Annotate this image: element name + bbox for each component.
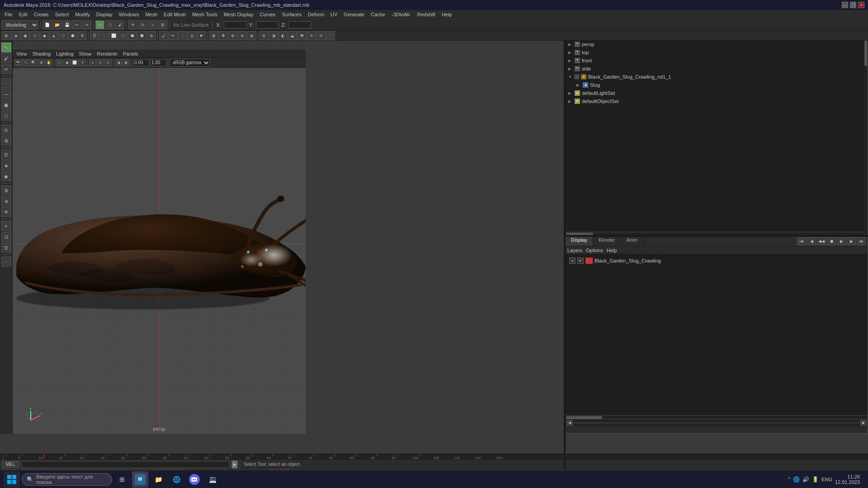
menu-edit-mesh[interactable]: Edit Mesh xyxy=(161,11,189,18)
tb2-btn13[interactable]: ⬡ xyxy=(118,31,127,40)
outliner-item-front[interactable]: ▶ 📷 front xyxy=(567,56,866,65)
tb2-soft-btn[interactable]: ⊜ xyxy=(259,31,269,40)
tb2-btn1[interactable]: ⊞ xyxy=(2,31,11,40)
taskbar-maya-btn[interactable]: M xyxy=(132,471,148,488)
tb2-btn5[interactable]: ◆ xyxy=(40,31,49,40)
close-button[interactable]: ✕ xyxy=(858,2,864,8)
menu-generate[interactable]: Generate xyxy=(341,11,367,18)
main-viewport[interactable]: X Y Z persp xyxy=(13,68,306,434)
rotate-tool-btn[interactable]: ↻ xyxy=(138,20,147,29)
tb2-cv-btn[interactable]: ⊛ xyxy=(238,31,247,40)
tb2-btn11[interactable]: ⬛ xyxy=(99,31,108,40)
transform-btn[interactable]: ⊞ xyxy=(158,20,167,29)
menu-mesh-display[interactable]: Mesh Display xyxy=(221,11,256,18)
move-tool-btn[interactable]: ✛ xyxy=(128,20,137,29)
view-menu-lighting[interactable]: Lighting xyxy=(54,51,75,56)
gamma-value-input[interactable] xyxy=(133,59,149,66)
menu-edit[interactable]: Edit xyxy=(16,11,30,18)
y-field[interactable] xyxy=(256,21,278,28)
start-button[interactable] xyxy=(4,471,20,488)
z-field[interactable] xyxy=(288,21,311,28)
right-panel-scroll[interactable] xyxy=(566,415,868,419)
undo-btn[interactable]: ↩ xyxy=(72,20,81,29)
tb2-soft4-btn[interactable]: ◒ xyxy=(288,31,297,40)
vt-texture-btn[interactable]: ⬜ xyxy=(71,59,78,66)
layer-item[interactable]: V P Black_Garden_Slug_Crawling xyxy=(567,256,866,265)
tb2-paint-btn[interactable]: 🖊 xyxy=(159,31,168,40)
menu-surfaces[interactable]: Surfaces xyxy=(279,11,304,18)
anim-play-fwd[interactable]: ▶ xyxy=(837,237,846,245)
lt-more-btn[interactable]: ⋯ xyxy=(1,257,11,267)
anim-prev-frame[interactable]: ◀ xyxy=(807,237,816,245)
tb2-btn14[interactable]: ⬢ xyxy=(128,31,137,40)
outliner-item-lightset[interactable]: ▶ ⊛ defaultLightSet xyxy=(567,89,866,97)
menu-3dtool[interactable]: -3DtoAll- xyxy=(389,11,414,18)
vt-smooth-btn[interactable]: ◉ xyxy=(63,59,71,66)
tb2-ep-btn[interactable]: ◍ xyxy=(247,31,256,40)
vt-res1-btn[interactable]: 1 xyxy=(89,59,96,66)
outliner-item-objectset[interactable]: ▶ ⊛ defaultObjectSet xyxy=(567,97,866,105)
tb2-btn16[interactable]: ⊕ xyxy=(147,31,156,40)
panel-divider-vertical[interactable] xyxy=(564,10,566,469)
vt-select-btn[interactable]: ↖ xyxy=(22,59,29,66)
edge-mode-btn[interactable]: — xyxy=(1,89,11,99)
paint-select-btn[interactable]: 🖌 xyxy=(115,20,124,29)
symmetry-btn[interactable]: ⊞ xyxy=(1,136,11,145)
rp-menu-options[interactable]: Options xyxy=(586,248,603,253)
sys-tray-arrow[interactable]: ^ xyxy=(788,477,790,482)
menu-select[interactable]: Select xyxy=(52,11,72,18)
rp-menu-help[interactable]: Help xyxy=(607,248,617,253)
restore-button[interactable]: ❐ xyxy=(850,2,856,8)
object-set-btn[interactable]: ☰ xyxy=(1,150,11,160)
tb2-btn4[interactable]: ⬡ xyxy=(30,31,39,40)
uvShell-mode-btn[interactable]: ⬡ xyxy=(1,111,11,121)
menu-curves[interactable]: Curves xyxy=(257,11,278,18)
menu-mesh-tools[interactable]: Mesh Tools xyxy=(189,11,220,18)
open-btn[interactable]: 📂 xyxy=(52,20,61,29)
vt-region-btn[interactable]: ⊞ xyxy=(38,59,45,66)
view-menu-panels[interactable]: Panels xyxy=(121,51,140,56)
tb2-soft2-btn[interactable]: ◑ xyxy=(269,31,278,40)
mode-selector[interactable]: Modeling Rigging Animation FX Rendering xyxy=(2,20,38,29)
menu-windows[interactable]: Windows xyxy=(116,11,142,18)
vt-res3-btn[interactable]: 3 xyxy=(104,59,112,66)
vt-cam-btn[interactable]: 📷 xyxy=(14,59,22,66)
vt-light-btn[interactable]: ☀ xyxy=(79,59,86,66)
tab-anim[interactable]: Anim xyxy=(621,236,643,246)
tb2-btn12[interactable]: ⬜ xyxy=(109,31,118,40)
outliner-item-slug-group[interactable]: ▼ + ⊞ Black_Garden_Slug_Crawling_nd1_1 xyxy=(567,73,866,81)
tb2-soft8-btn[interactable]: ⬛ xyxy=(326,31,335,40)
menu-mesh[interactable]: Mesh xyxy=(142,11,160,18)
menu-redshift[interactable]: Redshift xyxy=(415,11,438,18)
attr-btn[interactable]: ⊡ xyxy=(1,232,11,242)
script-input[interactable] xyxy=(21,461,230,468)
menu-display[interactable]: Display xyxy=(94,11,115,18)
anim-stop[interactable]: ⏹ xyxy=(827,237,836,245)
tb2-soft5-btn[interactable]: ◓ xyxy=(297,31,307,40)
tb2-lattice-btn[interactable]: ⊠ xyxy=(209,31,218,40)
tab-render[interactable]: Render xyxy=(593,236,621,246)
menu-cache[interactable]: Cache xyxy=(368,11,388,18)
tb2-cluster-btn[interactable]: ❖ xyxy=(219,31,228,40)
tb2-joint-btn[interactable]: ⊗ xyxy=(228,31,237,40)
tb2-sculpt-btn[interactable]: ✏ xyxy=(169,31,178,40)
anim-prev-key[interactable]: ⏮ xyxy=(797,237,806,245)
tb2-soft6-btn[interactable]: ⧈ xyxy=(307,31,316,40)
menu-deform[interactable]: Deform xyxy=(305,11,327,18)
tb2-grab-btn[interactable]: ☛ xyxy=(197,31,206,40)
menu-modify[interactable]: Modify xyxy=(72,11,92,18)
layer-playback[interactable]: P xyxy=(577,258,584,264)
save-btn[interactable]: 💾 xyxy=(62,20,71,29)
new-scene-btn[interactable]: 📄 xyxy=(42,20,52,29)
select-mode-btn[interactable]: ↖ xyxy=(1,42,11,52)
tb2-soft7-btn[interactable]: ⧇ xyxy=(316,31,326,40)
tb2-btn6[interactable]: ▲ xyxy=(49,31,58,40)
language-indicator[interactable]: ENG xyxy=(821,477,832,482)
rp-scroll-left[interactable]: ◀ xyxy=(566,420,573,426)
menu-help[interactable]: Help xyxy=(439,11,455,18)
script-run-btn[interactable]: ▶ xyxy=(231,460,238,469)
menu-file[interactable]: File xyxy=(2,11,15,18)
tb2-btn3[interactable]: ◉ xyxy=(21,31,30,40)
tb2-btn10[interactable]: ☰ xyxy=(90,31,99,40)
tb2-btn15[interactable]: ⬣ xyxy=(137,31,146,40)
